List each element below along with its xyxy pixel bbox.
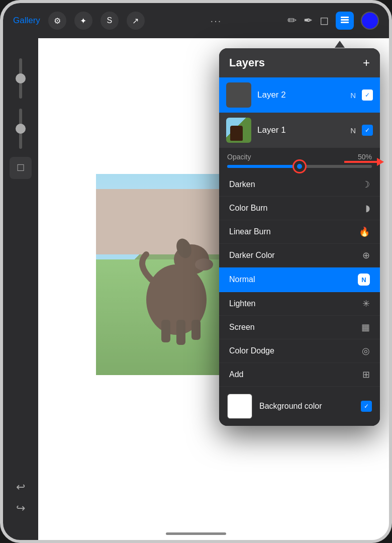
layers-header: Layers + <box>219 48 380 77</box>
wrench-icon[interactable]: ⚙ <box>48 12 66 30</box>
opacity-slider-fill <box>227 165 300 168</box>
bg-color-swatch[interactable] <box>227 394 252 419</box>
layer-2-name: Layer 2 <box>257 90 344 100</box>
lasso-icon[interactable]: S <box>101 12 119 30</box>
more-menu[interactable]: ··· <box>211 15 222 27</box>
svg-rect-6 <box>161 320 170 342</box>
opacity-label: Opacity <box>227 153 251 161</box>
blend-mode-icon: ⊕ <box>362 250 370 261</box>
sidebar-bottom: ↩ ↪ <box>16 481 25 530</box>
toolbar-center: ··· <box>145 15 287 27</box>
home-indicator <box>166 532 226 535</box>
blend-mode-screen[interactable]: Screen▦ <box>219 316 380 339</box>
gallery-button[interactable]: Gallery <box>13 16 40 26</box>
magic-icon[interactable]: ✦ <box>74 12 92 30</box>
opacity-thumb <box>16 124 26 134</box>
blend-mode-label: Darker Color <box>229 251 275 260</box>
blend-mode-linear-burn[interactable]: Linear Burn🔥 <box>219 220 380 244</box>
layer-2-checkbox[interactable]: ✓ <box>362 89 373 101</box>
layers-button[interactable] <box>336 12 354 30</box>
panel-indicator-arrow <box>335 41 345 48</box>
opacity-slider-thumb[interactable] <box>292 159 307 173</box>
blend-mode-add[interactable]: Add⊞ <box>219 363 380 387</box>
layers-title: Layers <box>229 56 265 69</box>
move-icon[interactable]: ↗ <box>127 12 145 30</box>
size-track <box>19 58 22 99</box>
redo-button[interactable]: ↪ <box>16 502 25 515</box>
blend-mode-darker-color[interactable]: Darker Color⊕ <box>219 244 380 267</box>
blend-mode-label: Screen <box>229 323 255 332</box>
svg-rect-8 <box>191 320 201 340</box>
blend-mode-label: Color Dodge <box>229 346 274 355</box>
svg-point-5 <box>195 258 213 270</box>
svg-rect-0 <box>341 22 349 23</box>
bg-color-row: Background color ✓ <box>219 387 380 426</box>
opacity-sidebar-slider[interactable] <box>19 109 22 149</box>
layer-2-item[interactable]: Layer 2 N ✓ <box>219 77 380 113</box>
layer-1-mode: N <box>350 126 356 135</box>
opacity-track <box>19 109 22 149</box>
bg-color-checkbox[interactable]: ✓ <box>361 401 372 412</box>
blend-mode-icon: ◎ <box>362 345 370 356</box>
arrow-annotation <box>344 158 377 166</box>
svg-rect-2 <box>341 17 349 18</box>
blend-mode-icon: ☽ <box>362 179 370 190</box>
size-thumb <box>16 73 26 83</box>
layer-2-thumbnail <box>226 82 251 108</box>
blend-mode-label: Lighten <box>229 299 256 308</box>
shape-tool[interactable]: ☐ <box>10 157 32 179</box>
bg-color-label: Background color <box>259 402 354 411</box>
left-sidebar: ☐ ↩ ↪ <box>3 38 38 540</box>
eraser-icon[interactable]: ◻ <box>320 14 329 27</box>
dog-svg <box>126 219 227 345</box>
blend-modes-list: Darken☽Color Burn◗Linear Burn🔥Darker Col… <box>219 173 380 387</box>
blend-mode-normal[interactable]: NormalN <box>219 267 380 292</box>
blend-mode-color-burn[interactable]: Color Burn◗ <box>219 197 380 220</box>
layer-2-mode: N <box>350 91 356 100</box>
layers-stack-icon <box>340 16 350 26</box>
smudge-icon[interactable]: ✒ <box>304 14 313 27</box>
opacity-thumb-inner <box>297 164 302 169</box>
blend-mode-label: Normal <box>229 275 255 284</box>
blend-mode-color-dodge[interactable]: Color Dodge◎ <box>219 339 380 363</box>
layer-1-thumbnail <box>226 118 251 143</box>
blend-mode-label: Linear Burn <box>229 227 271 236</box>
layer-1-checkbox[interactable]: ✓ <box>362 125 373 136</box>
layer-1-name: Layer 1 <box>257 125 344 135</box>
arrow-line <box>344 161 377 163</box>
brush-size-slider[interactable] <box>19 58 22 99</box>
color-picker[interactable] <box>361 12 379 30</box>
undo-button[interactable]: ↩ <box>16 481 25 494</box>
layers-panel: Layers + Layer 2 N ✓ Layer 1 N ✓ Opacity… <box>219 48 380 426</box>
toolbar-left: Gallery ⚙ ✦ S ↗ <box>13 12 145 30</box>
blend-mode-label: Add <box>229 370 243 379</box>
blend-mode-label: Darken <box>229 180 255 189</box>
active-blend-badge: N <box>358 274 370 286</box>
blend-mode-icon: ◗ <box>365 203 370 214</box>
svg-rect-1 <box>341 19 349 21</box>
blend-mode-icon: 🔥 <box>359 226 370 237</box>
blend-mode-darken[interactable]: Darken☽ <box>219 173 380 197</box>
blend-mode-icon: ⊞ <box>362 369 370 380</box>
blend-mode-lighten[interactable]: Lighten✳ <box>219 292 380 316</box>
top-toolbar: Gallery ⚙ ✦ S ↗ ··· ✏ ✒ ◻ <box>3 3 389 38</box>
add-layer-button[interactable]: + <box>363 57 370 69</box>
toolbar-right: ✏ ✒ ◻ <box>287 12 379 30</box>
blend-mode-label: Color Burn <box>229 204 267 213</box>
ipad-frame: Gallery ⚙ ✦ S ↗ ··· ✏ ✒ ◻ <box>0 0 392 543</box>
arrow-head <box>377 158 384 166</box>
brush-icon[interactable]: ✏ <box>287 14 297 27</box>
blend-mode-icon: ▦ <box>361 322 370 333</box>
blend-mode-icon: ✳ <box>362 298 370 309</box>
layer-1-item[interactable]: Layer 1 N ✓ <box>219 113 380 148</box>
svg-rect-7 <box>176 320 185 345</box>
